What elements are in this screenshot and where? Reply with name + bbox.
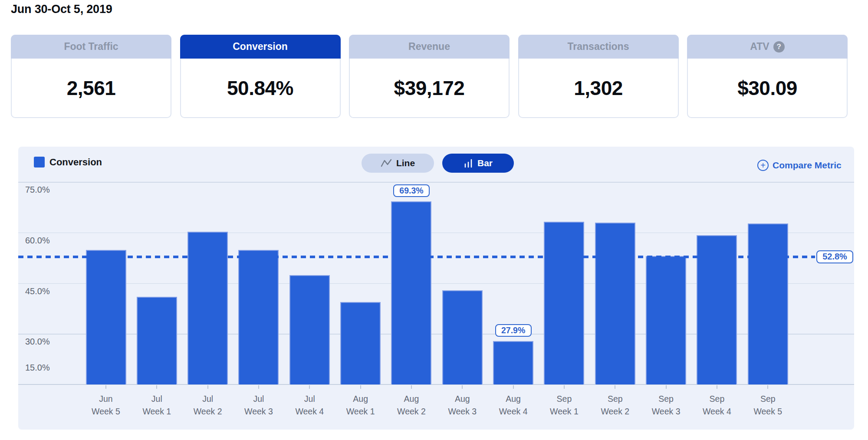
y-axis-label: 45.0%: [25, 286, 50, 296]
x-axis-tick: [462, 385, 463, 389]
bar-sep-week-5[interactable]: [748, 223, 788, 384]
x-axis-tick: [360, 385, 361, 389]
x-axis-tick: [513, 385, 514, 389]
bar-jul-week-4[interactable]: [289, 275, 330, 384]
x-axis-tick: [309, 385, 310, 389]
y-axis-label: 15.0%: [25, 363, 50, 373]
bar-sep-week-1[interactable]: [544, 222, 584, 384]
bar-aug-week-1[interactable]: [340, 302, 381, 384]
bar-jul-week-2[interactable]: [187, 232, 228, 384]
metric-card-transactions[interactable]: Transactions1,302: [518, 35, 679, 118]
date-range-title: Jun 30-Oct 5, 2019: [11, 3, 112, 16]
bar-sep-week-3[interactable]: [646, 256, 686, 384]
x-axis-tick: [156, 385, 157, 389]
metric-card-value: 2,561: [12, 59, 171, 117]
metric-card-value: $39,172: [350, 59, 509, 117]
metric-card-value: $30.09: [688, 59, 847, 117]
x-axis-tick: [411, 385, 412, 389]
bar-chart-plot: 75.0%60.0%45.0%30.0%15.0%JunWeek 5JulWee…: [18, 147, 854, 430]
metric-card-header[interactable]: Transactions: [518, 35, 679, 59]
metric-cards-row: Foot Traffic2,561Conversion50.84%Revenue…: [11, 35, 848, 118]
metric-card-label: Foot Traffic: [64, 41, 118, 53]
metric-card-header[interactable]: Foot Traffic: [11, 35, 171, 59]
y-axis-label: 30.0%: [25, 337, 50, 347]
metric-card-label: Revenue: [408, 41, 450, 53]
x-axis-tick: [258, 385, 259, 389]
metric-card-label: Conversion: [233, 41, 288, 53]
bar-value-badge: 69.3%: [393, 184, 430, 197]
x-axis-tick: [666, 385, 667, 389]
metric-card-header[interactable]: ATV?: [687, 35, 848, 59]
metric-card-conversion[interactable]: Conversion50.84%: [180, 35, 341, 118]
x-axis-tick: [615, 385, 615, 389]
bar-jul-week-3[interactable]: [238, 250, 279, 384]
gridline-60: [18, 233, 854, 233]
average-line: [18, 256, 815, 258]
x-axis-label: SepWeek 5: [737, 393, 798, 418]
bar-aug-week-3[interactable]: [442, 290, 483, 384]
metric-card-label: ATV: [750, 41, 769, 53]
dashboard: Jun 30-Oct 5, 2019 Foot Traffic2,561Conv…: [0, 0, 868, 440]
bar-jul-week-1[interactable]: [137, 297, 177, 384]
bar-sep-week-2[interactable]: [595, 223, 635, 384]
x-axis-tick: [717, 385, 717, 389]
metric-card-header[interactable]: Conversion: [180, 35, 341, 59]
help-icon[interactable]: ?: [773, 41, 785, 53]
x-axis-tick: [564, 385, 565, 389]
bar-aug-week-4[interactable]: [493, 341, 533, 384]
metric-card-atv[interactable]: ATV?$30.09: [687, 35, 848, 118]
x-axis-tick: [105, 385, 106, 389]
metric-card-revenue[interactable]: Revenue$39,172: [349, 35, 510, 118]
y-axis-label: 75.0%: [25, 185, 50, 195]
bar-jun-week-5[interactable]: [86, 250, 126, 384]
gridline-75: [18, 182, 854, 183]
bar-aug-week-2[interactable]: [391, 201, 431, 384]
metric-card-label: Transactions: [568, 41, 629, 53]
metric-card-value: 1,302: [519, 59, 678, 117]
y-axis-label: 60.0%: [25, 236, 50, 246]
x-axis-tick: [207, 385, 208, 389]
metric-card-value: 50.84%: [181, 59, 340, 117]
metric-card-foot-traffic[interactable]: Foot Traffic2,561: [11, 35, 171, 118]
average-value-badge: 52.8%: [816, 250, 853, 263]
metric-card-header[interactable]: Revenue: [349, 35, 510, 59]
bar-value-badge: 27.9%: [495, 324, 532, 337]
x-axis-tick: [767, 385, 768, 389]
chart-panel: Conversion Line Bar + Compare Metric 75.…: [18, 147, 854, 430]
